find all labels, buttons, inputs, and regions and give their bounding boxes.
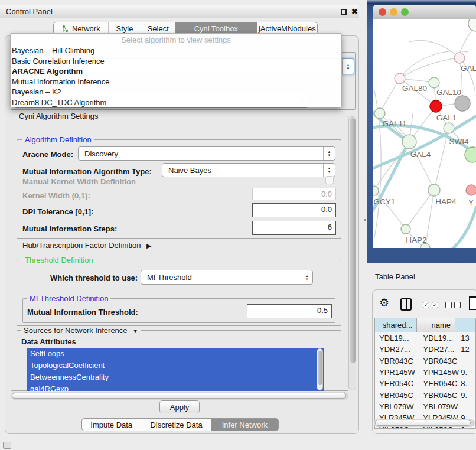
minimized-panel-icon[interactable]: [3, 442, 11, 449]
table-row[interactable]: YBL079WYBL079W: [375, 401, 475, 412]
algorithm-definition-legend: Algorithm Definition: [22, 135, 94, 144]
splitter-grip[interactable]: [364, 219, 366, 221]
algorithm-option[interactable]: Bayesian – K2: [11, 87, 341, 97]
network-node[interactable]: [465, 147, 476, 162]
settings-horizontal-scrollbar[interactable]: [11, 392, 348, 400]
scrollbar-thumb[interactable]: [350, 118, 356, 363]
table-row[interactable]: YDL19...YDL19...13: [375, 332, 475, 344]
table-cell: YBL079W: [375, 402, 419, 411]
algorithm-option[interactable]: Dream8 DC_TDC Algorithm: [11, 97, 341, 108]
table-cell: 9.: [458, 368, 475, 377]
network-edge[interactable]: [406, 190, 434, 229]
settings-vertical-scrollbar[interactable]: [348, 116, 356, 390]
algorithm-option[interactable]: Basic Correlation Inference: [11, 56, 341, 67]
table-cell: 13: [458, 334, 475, 343]
export-table-icon[interactable]: [469, 296, 476, 310]
app-screen: Control Panel ✖ Network Style Select Cyn…: [0, 0, 476, 450]
algorithm-definition-group: [17, 139, 341, 239]
network-window-titlebar: [373, 5, 476, 19]
algorithm-option-selected[interactable]: ARACNE Algorithm: [11, 66, 341, 77]
deselect-all-columns-icon[interactable]: [445, 302, 461, 308]
table-body: YDL19...YDL19...13YDR27...YDR27...12YBR0…: [375, 332, 475, 429]
table-cell: YDL19...: [419, 334, 458, 343]
split-columns-icon[interactable]: [400, 298, 412, 311]
network-node[interactable]: [395, 73, 405, 84]
apply-button[interactable]: Apply: [159, 400, 200, 413]
table-cell: YBL079W: [419, 402, 458, 411]
network-edge[interactable]: [450, 206, 476, 248]
network-node[interactable]: [430, 100, 442, 112]
sources-legend[interactable]: Sources for Network Inference ▼: [21, 326, 141, 335]
network-node[interactable]: [466, 185, 476, 195]
table-cell: 8.: [458, 379, 475, 388]
network-edge[interactable]: [409, 142, 434, 190]
close-window-icon[interactable]: [379, 8, 386, 16]
dropdown-header: Select algorithm to view settings: [11, 34, 341, 45]
table-cell: YPR145W: [375, 368, 418, 377]
table-row[interactable]: YBR045CYBR045C9.: [375, 389, 475, 400]
data-attributes-list: SelfLoops TopologicalCoefficient Between…: [27, 348, 324, 391]
list-vertical-scrollbar[interactable]: [317, 348, 323, 390]
cyni-settings-legend: Cyni Algorithm Settings: [17, 112, 100, 120]
tab-network[interactable]: Network: [54, 22, 108, 34]
network-node[interactable]: [454, 53, 465, 63]
scrollbar-thumb[interactable]: [375, 420, 471, 426]
close-icon[interactable]: ✖: [351, 7, 358, 16]
bottom-tabs: Impute Data Discretize Data Infer Networ…: [81, 418, 279, 431]
tab-impute-data[interactable]: Impute Data: [82, 419, 141, 431]
select-all-columns-icon[interactable]: ✓ ✓: [423, 302, 438, 308]
column-header-partial[interactable]: [455, 318, 475, 332]
network-icon: [61, 25, 69, 32]
list-item[interactable]: BetweennessCentrality: [27, 371, 324, 383]
table-cell: YBR043C: [375, 357, 419, 366]
network-node-label: GAL4: [410, 150, 431, 159]
column-header-shared-name[interactable]: shared...: [375, 318, 417, 332]
stepper-icon: ▲▼: [342, 59, 354, 74]
list-item[interactable]: SelfLoops: [27, 348, 324, 360]
table-cell: YER054C: [375, 379, 419, 388]
network-node[interactable]: [401, 224, 410, 234]
table-row[interactable]: YER054CYER054C8.: [375, 378, 475, 389]
table-cell: YBR043C: [419, 357, 458, 366]
tab-style[interactable]: Style: [108, 22, 141, 34]
network-node-label: GAL: [461, 64, 476, 73]
tab-cyni-toolbox[interactable]: Cyni Toolbox: [175, 22, 257, 34]
network-canvas[interactable]: GALGAL80GAL10GAL1GAL11SWI4GAL4GCY1HAP4YH…: [373, 19, 476, 248]
table-row[interactable]: YBR043CYBR043C: [375, 356, 475, 367]
expand-arrow-icon: ▼: [132, 328, 138, 334]
tab-infer-network[interactable]: Infer Network: [211, 419, 278, 431]
network-edge[interactable]: [409, 41, 459, 58]
algorithm-option[interactable]: Mutual Information Inference: [11, 77, 341, 87]
zoom-window-icon[interactable]: [401, 8, 409, 16]
tab-select[interactable]: Select: [141, 22, 175, 34]
network-node[interactable]: [455, 96, 470, 111]
network-node[interactable]: [444, 123, 454, 133]
network-node[interactable]: [373, 186, 379, 195]
algorithm-option[interactable]: Bayesian – Hill Climbing: [11, 45, 341, 56]
table-cell: YDR27...: [419, 345, 458, 354]
table-row[interactable]: YPR145WYPR145W9.: [375, 367, 475, 378]
network-node-label: GCY1: [374, 197, 396, 206]
network-node[interactable]: [402, 135, 416, 149]
table-row[interactable]: YDR27...YDR27...12: [375, 344, 475, 355]
tab-discretize-data[interactable]: Discretize Data: [141, 419, 211, 431]
scrollbar-thumb[interactable]: [318, 351, 322, 385]
gear-icon[interactable]: ⚙: [379, 296, 389, 309]
column-header-name[interactable]: name: [417, 318, 455, 332]
list-item[interactable]: TopologicalCoefficient: [27, 360, 324, 371]
list-item[interactable]: gal4RGexp: [27, 383, 324, 391]
network-node[interactable]: [374, 108, 385, 119]
table-horizontal-scrollbar[interactable]: [374, 419, 475, 427]
float-panel-icon[interactable]: [341, 9, 347, 15]
network-node-label: HAP4: [435, 197, 457, 206]
network-edge[interactable]: [380, 79, 400, 113]
network-node[interactable]: [468, 19, 476, 31]
scrollbar-thumb[interactable]: [12, 393, 346, 399]
table-cell: YBR045C: [375, 391, 419, 400]
minimize-window-icon[interactable]: [390, 8, 397, 16]
network-node[interactable]: [428, 184, 440, 196]
network-node-label: GAL10: [436, 88, 461, 97]
tab-jactivemnodules[interactable]: jActiveMNodules: [257, 22, 317, 34]
network-node[interactable]: [429, 77, 439, 88]
table-panel-title: Table Panel: [375, 272, 415, 281]
